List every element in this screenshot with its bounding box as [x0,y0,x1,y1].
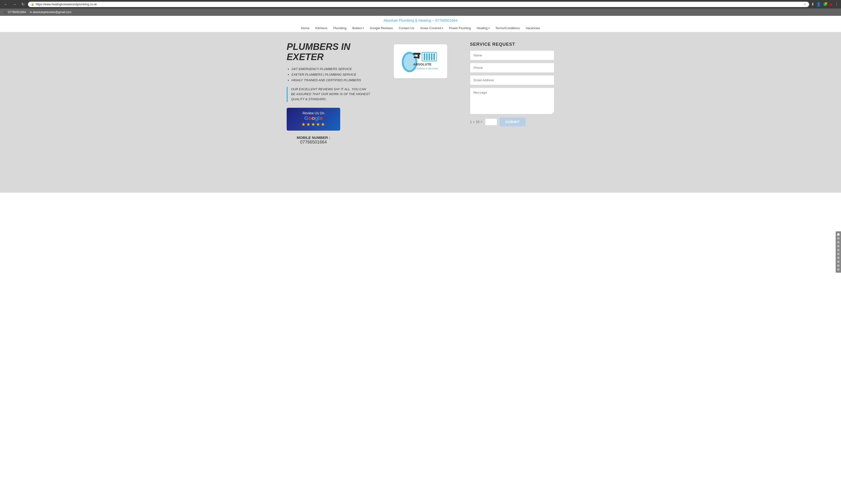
site-title: Absolute Plumbing & Heating – 0776650166… [5,18,836,22]
name-field-group [470,50,554,60]
middle-column: ABSOLUTE PLUMBING & HEATING [378,42,463,78]
nav-kitchens[interactable]: Kitchens [312,24,330,32]
captcha-input[interactable] [485,119,497,126]
nav-boilers[interactable]: Boilers ▾ [350,24,367,32]
review-btn-text: Review Us On [290,111,336,115]
back-button[interactable]: ← [2,2,9,7]
menu-button[interactable]: ⋮ [835,2,839,6]
nav-home[interactable]: Home [298,24,312,32]
captcha-text: 1 + 15 = [470,120,482,124]
topbar-phone: 07766501664 [4,11,26,14]
svg-rect-10 [433,53,435,60]
mobile-number: 07766501664 [287,140,340,145]
submit-button[interactable]: SUBMIT [500,118,526,126]
nav-power-flushing[interactable]: Power Flushing [446,24,474,32]
content-grid: Plumbers in Exeter 24/7 Emergency Plumbe… [287,42,554,145]
google-review-button[interactable]: Review Us On Google ★★★★★ [287,108,340,131]
top-bar: 07766501664 absolutephexeter@gmail.com [0,8,841,16]
logo-box: ABSOLUTE PLUMBING & HEATING [394,44,447,78]
svg-rect-7 [426,53,428,60]
mobile-label: Mobile Number : [287,136,340,140]
nav-areas-covered[interactable]: Areas Covered ▾ [417,24,446,32]
svg-rect-4 [414,57,419,58]
page-title: Plumbers in Exeter [287,42,371,62]
email-input[interactable] [470,75,554,85]
url-text: https://www.heatinghotwaterandplumbing.c… [36,3,802,6]
svg-rect-9 [431,53,432,60]
nav-vacancies[interactable]: Vacancies [523,24,543,32]
service-request-title: SERVICE REQUEST [470,42,554,47]
address-bar[interactable]: 🔒 https://www.heatinghotwaterandplumbing… [28,2,809,7]
refresh-button[interactable]: ↻ [20,1,26,7]
topbar-email: absolutephexeter@gmail.com [30,11,71,14]
bullet-list: 24/7 Emergency Plumbers Service Exeter P… [287,67,371,82]
svg-rect-2 [413,53,420,55]
star-icon[interactable]: ☆ [804,3,806,6]
blockquote: Our excellent reviews say it all. You ca… [287,87,371,102]
message-input[interactable] [470,88,554,114]
name-input[interactable] [470,50,554,60]
youtube-button[interactable]: ▶ [830,2,833,6]
download-button[interactable]: ⬇ [811,2,814,6]
svg-text:ABSOLUTE: ABSOLUTE [413,62,432,66]
browser-actions: ⬇ 👤 🧩 ▶ ⋮ [811,2,839,6]
nav-contact-us[interactable]: Contact Us [396,24,417,32]
list-item: 24/7 Emergency Plumbers Service [291,67,371,71]
star-rating: ★★★★★ [290,121,336,127]
nav-terms[interactable]: Terms/Conditions [493,24,523,32]
form-footer: 1 + 15 = SUBMIT [470,118,554,126]
email-field-group [470,75,554,85]
svg-text:PLUMBING & HEATING: PLUMBING & HEATING [413,67,438,70]
footer [0,178,841,193]
site-header: Absolute Plumbing & Heating – 0776650166… [0,16,841,32]
browser-chrome: ← → ↻ 🔒 https://www.heatinghotwaterandpl… [0,0,841,8]
nav-google-reviews[interactable]: Google Reviews [367,24,396,32]
mobile-number-section: Mobile Number : 07766501664 [287,136,340,145]
logo-svg: ABSOLUTE PLUMBING & HEATING [399,48,442,75]
main-content: Plumbers in Exeter 24/7 Emergency Plumbe… [0,32,841,178]
list-item: Exeter Plumbers | Plumbing Service [291,73,371,76]
right-column: SERVICE REQUEST 1 + 15 = SUBMIT [470,42,554,126]
message-field-group [470,88,554,115]
chevron-down-icon-2: ▾ [442,27,443,30]
nav-plumbing[interactable]: Plumbing [330,24,350,32]
extensions-button[interactable]: 🧩 [823,2,828,6]
svg-rect-6 [424,53,425,60]
chevron-down-icon: ▾ [362,27,364,30]
list-item: Highly Trained and certified plumbers [291,78,371,82]
lock-icon: 🔒 [31,3,34,6]
profile-button[interactable]: 👤 [816,2,821,6]
nav-heating[interactable]: Heating ▾ [474,24,493,32]
svg-rect-8 [429,53,430,60]
logo: ABSOLUTE PLUMBING & HEATING [399,48,442,75]
phone-field-group [470,63,554,73]
google-text: Google [304,115,323,121]
forward-button[interactable]: → [11,2,18,7]
main-nav: Home Kitchens Plumbing Boilers ▾ Google … [5,24,836,32]
phone-input[interactable] [470,63,554,73]
left-column: Plumbers in Exeter 24/7 Emergency Plumbe… [287,42,371,145]
chevron-down-icon-3: ▾ [488,27,489,30]
